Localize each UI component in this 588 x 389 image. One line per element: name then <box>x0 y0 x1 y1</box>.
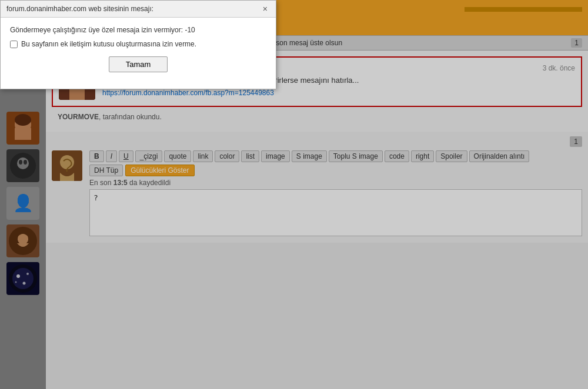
dialog-info-text: Göndermeye çalıştığınız üye özel mesaja … <box>10 26 266 34</box>
dialog-checkbox-row: Bu sayfanın ek iletişim kutusu oluşturma… <box>10 40 266 48</box>
page-background: 👤 <box>0 0 588 389</box>
dialog-footer: Tamam <box>10 56 266 81</box>
dialog-close-button[interactable]: × <box>260 4 270 14</box>
dialog-title: forum.donanimhaber.com web sitesinin mes… <box>6 5 153 13</box>
dialog-body: Göndermeye çalıştığınız üye özel mesaja … <box>1 18 276 89</box>
dialog-overlay: forum.donanimhaber.com web sitesinin mes… <box>0 0 588 389</box>
dialog-box: forum.donanimhaber.com web sitesinin mes… <box>0 0 276 89</box>
dialog-checkbox-label: Bu sayfanın ek iletişim kutusu oluşturma… <box>21 40 196 48</box>
dialog-ok-button[interactable]: Tamam <box>109 56 168 72</box>
dialog-checkbox[interactable] <box>10 41 18 48</box>
dialog-titlebar: forum.donanimhaber.com web sitesinin mes… <box>1 1 276 18</box>
